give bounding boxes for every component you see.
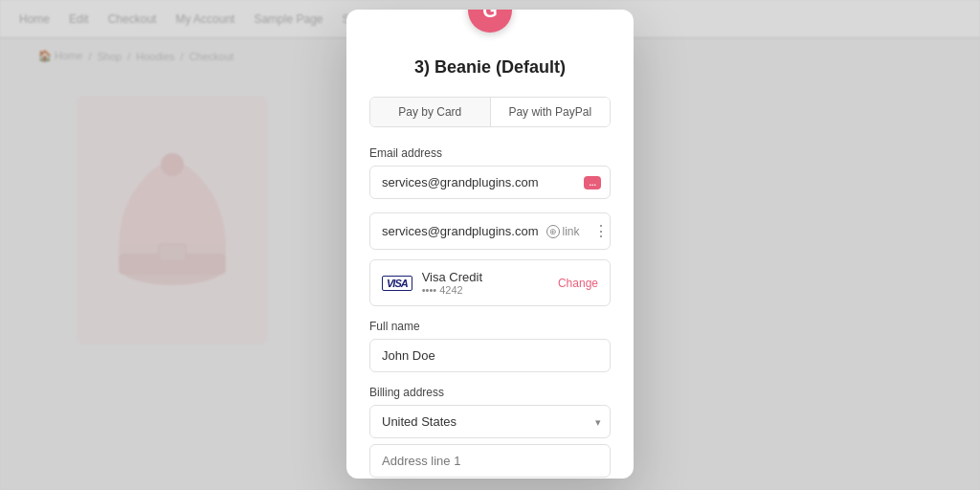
avatar: G <box>468 10 512 33</box>
email-input-wrapper: ... <box>369 166 611 199</box>
country-select-wrapper: United States ▾ <box>369 405 611 438</box>
country-select[interactable]: United States <box>369 405 611 438</box>
billing-label: Billing address <box>369 386 611 399</box>
modal-title: 3) Beanie (Default) <box>369 57 611 78</box>
card-number: •••• 4242 <box>422 284 548 296</box>
card-info: Visa Credit •••• 4242 <box>422 270 548 296</box>
card-row: VISA Visa Credit •••• 4242 Change <box>369 259 611 306</box>
payment-tabs: Pay by Card Pay with PayPal <box>369 97 611 127</box>
visa-logo: VISA <box>382 276 412 291</box>
link-label: link <box>563 225 580 238</box>
link-button[interactable]: ⊕ link <box>546 225 580 238</box>
email-badge: ... <box>584 176 601 189</box>
dots-menu-icon[interactable]: ⋮ <box>593 222 609 240</box>
circle-icon: ⊕ <box>546 225 560 238</box>
tab-pay-with-paypal[interactable]: Pay with PayPal <box>490 98 611 126</box>
saved-email-text: services@grandplugins.com <box>382 224 539 238</box>
tab-pay-by-card[interactable]: Pay by Card <box>370 98 490 126</box>
change-card-button[interactable]: Change <box>558 277 598 290</box>
address-line1-input[interactable] <box>369 444 611 478</box>
fullname-input[interactable] <box>369 339 611 372</box>
email-form-group: Email address ... <box>369 146 611 199</box>
email-label: Email address <box>369 146 611 160</box>
payment-modal: G 3) Beanie (Default) Pay by Card Pay wi… <box>346 10 634 479</box>
billing-form-group: Billing address United States ▾ Select a… <box>369 386 611 479</box>
fullname-label: Full name <box>369 320 611 333</box>
card-name: Visa Credit <box>422 270 548 284</box>
saved-email-row: services@grandplugins.com ⊕ link ⋮ <box>369 212 611 250</box>
email-input[interactable] <box>369 166 611 199</box>
fullname-form-group: Full name <box>369 320 611 372</box>
